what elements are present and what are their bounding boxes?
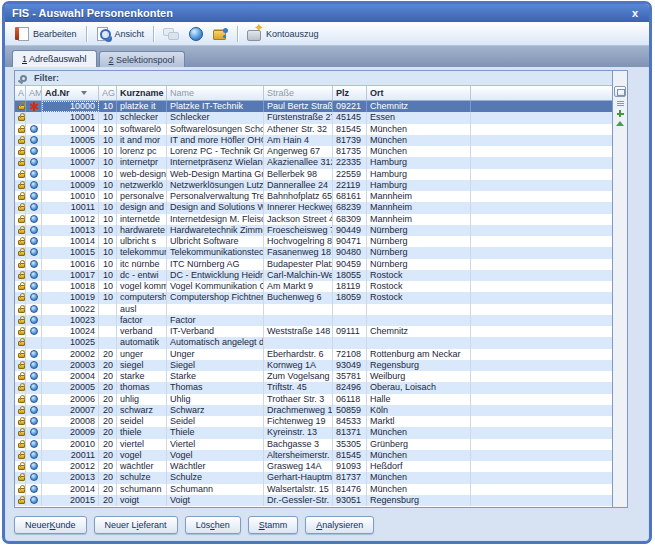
- cell-name: Automatisch angelegt durch CRM: [167, 337, 264, 348]
- cell-status: [15, 315, 26, 326]
- kontoauszug-button[interactable]: Kontoauszug: [242, 24, 324, 43]
- column-header-plz[interactable]: Plz: [333, 86, 367, 100]
- lock-icon: [18, 443, 25, 448]
- table-row[interactable]: 1000710internetprInternetpräsenz Wieland…: [15, 157, 612, 168]
- bearbeiten-button[interactable]: Bearbeiten: [9, 24, 82, 43]
- table-row[interactable]: 2000820seidelSeidelFichtenweg 1984533Mar…: [15, 416, 612, 427]
- table-row[interactable]: 2001020viertelViertelBachgasse 335305Grü…: [15, 439, 612, 450]
- table-row[interactable]: 1001710dc - entwiDC - Entwicklung Heidne…: [15, 270, 612, 281]
- table-row[interactable]: 1000410softwarelöSoftwarelösungen Scholl…: [15, 124, 612, 135]
- table-row[interactable]: 10025automatikAutomatisch angelegt durch…: [15, 337, 612, 348]
- table-row[interactable]: 1000510it and morIT and more Höfler OHGA…: [15, 135, 612, 146]
- table-row[interactable]: 2000420starkeStarkeZum Vogelsang 1535781…: [15, 371, 612, 382]
- analysieren-button[interactable]: Analysieren: [305, 516, 374, 534]
- table-row[interactable]: 2000920thieleThieleKyreinstr. 1381371Mün…: [15, 427, 612, 438]
- plus-mark-icon[interactable]: [617, 110, 624, 117]
- column-header-name[interactable]: Name: [167, 86, 264, 100]
- cell-name: Unger: [167, 349, 264, 360]
- cell-filler: [471, 146, 612, 157]
- column-header-strasse[interactable]: Straße: [264, 86, 333, 100]
- cell-ag: 10: [99, 247, 117, 258]
- cell-name: Design and Solutions Wendt: [167, 202, 264, 213]
- table-row[interactable]: 1000010platzke itPlatzke IT-TechnikPaul …: [15, 101, 612, 112]
- up-arrow-icon[interactable]: [616, 121, 624, 126]
- table-row[interactable]: 2000220ungerUngerEberhardstr. 672108Rott…: [15, 349, 612, 360]
- lock-icon: [18, 296, 25, 301]
- table-row[interactable]: 1001910computershComputershop FichtnerBu…: [15, 292, 612, 303]
- cell-strasse: Dannerallee 24: [264, 180, 333, 191]
- l-schen-button[interactable]: Löschen: [185, 516, 241, 534]
- table-row[interactable]: 2000720schwarzSchwarzDrachmenweg 1350859…: [15, 405, 612, 416]
- table-row[interactable]: 1001210internetdeInternetdesign M. Fleis…: [15, 214, 612, 225]
- cell-am: [26, 405, 42, 416]
- column-header-kurzname[interactable]: Kurzname: [117, 86, 167, 100]
- cell-adnr: 10001: [42, 112, 99, 123]
- cell-plz: 50859: [333, 405, 367, 416]
- table-row[interactable]: 2000320siegelSiegelKornweg 1A93049Regens…: [15, 360, 612, 371]
- table-row[interactable]: 2001220wächtlerWächtlerGrasweg 14A91093H…: [15, 461, 612, 472]
- tab-2[interactable]: 2 Selektionspool: [99, 51, 185, 67]
- table-row[interactable]: 2001420schumannSchumannWalsertalstr. 158…: [15, 484, 612, 495]
- cell-status: [15, 270, 26, 281]
- table-row[interactable]: 2001320schulzeSchulzeGerhart-Hauptmann-R…: [15, 472, 612, 483]
- table-row[interactable]: 10024verbandIT-VerbandWeststraße 1480911…: [15, 326, 612, 337]
- cell-kurzname: schlecker: [117, 112, 167, 123]
- cell-ort: Weilburg: [367, 371, 471, 382]
- column-header-ort[interactable]: Ort: [367, 86, 471, 100]
- globe-icon: [30, 158, 38, 166]
- column-header-ag[interactable]: AG: [99, 86, 117, 100]
- cell-status: [15, 292, 26, 303]
- table-row[interactable]: 1000610lorenz pcLorenz PC - Technik GmbH…: [15, 146, 612, 157]
- rows-mark-icon[interactable]: [617, 101, 624, 106]
- table-row[interactable]: 1001410ulbricht sUlbricht SoftwareHochvo…: [15, 236, 612, 247]
- ansicht-button[interactable]: Ansicht: [91, 24, 150, 43]
- table-row[interactable]: 1001110design andDesign and Solutions We…: [15, 202, 612, 213]
- table-row[interactable]: 1000110schleckerSchleckerFürstenstraße 2…: [15, 112, 612, 123]
- cell-adnr: 10009: [42, 180, 99, 191]
- table-row[interactable]: 1001510telekommunTelekommunikationstechn…: [15, 247, 612, 258]
- table-row[interactable]: 2001120vogelVogelAltersheimerstr. 9A8154…: [15, 450, 612, 461]
- table-row[interactable]: 2001520voigtVoigtDr.-Gessler-Str. 15B930…: [15, 495, 612, 506]
- cell-strasse: [264, 304, 333, 315]
- column-header-filler[interactable]: [471, 86, 612, 100]
- lock-icon: [18, 499, 25, 504]
- cell-kurzname: netzwerklö: [117, 180, 167, 191]
- table-row[interactable]: 1001810vogel kommVogel Kommunikation OHG…: [15, 281, 612, 292]
- cell-filler: [471, 439, 612, 450]
- folder-user-icon: [213, 26, 228, 41]
- stamm-button[interactable]: Stamm: [248, 516, 299, 534]
- column-header-adnr[interactable]: Ad.Nr: [42, 86, 99, 100]
- cell-ort: Nürnberg: [367, 247, 471, 258]
- neuer-kunde-button[interactable]: Neuer Kunde: [14, 516, 87, 534]
- table-row[interactable]: 1001010personalvePersonalverwaltung Tren…: [15, 191, 612, 202]
- table-row[interactable]: 1001310hardwareteHardwaretechnik Zimmerm…: [15, 225, 612, 236]
- cell-plz: 90471: [333, 236, 367, 247]
- table-row[interactable]: 10023factorFactor: [15, 315, 612, 326]
- cell-ag: 10: [99, 146, 117, 157]
- cell-kurzname: personalve: [117, 191, 167, 202]
- table-row[interactable]: 1001610itc nürnbeITC Nürnberg AGBudapest…: [15, 259, 612, 270]
- filter-row[interactable]: Filter:: [15, 71, 612, 86]
- cell-strasse: Trothaer Str. 3: [264, 394, 333, 405]
- close-icon[interactable]: x: [628, 6, 642, 20]
- table-row[interactable]: 2000520thomasThomasTriftstr. 4582496Ober…: [15, 382, 612, 393]
- table-row[interactable]: 1000810web-designWeb-Design Martina Groß…: [15, 169, 612, 180]
- column-header-label: A: [18, 86, 24, 100]
- comments-button[interactable]: [158, 24, 183, 43]
- cell-name: Seidel: [167, 416, 264, 427]
- table-row[interactable]: 10022ausl: [15, 304, 612, 315]
- column-header-am[interactable]: AM: [26, 86, 42, 100]
- cell-strasse: Bahnhofplatz 65: [264, 191, 333, 202]
- globe-button[interactable]: [183, 24, 208, 43]
- table-row[interactable]: 2000620uhligUhligTrothaer Str. 306118Hal…: [15, 394, 612, 405]
- neuer-lieferant-button[interactable]: Neuer Lieferant: [94, 516, 178, 534]
- table-row[interactable]: 1000910netzwerklöNetzwerklösungen Lutz R…: [15, 180, 612, 191]
- cell-am: [26, 416, 42, 427]
- cell-plz: 81737: [333, 472, 367, 483]
- tab-1[interactable]: 1 Adreßauswahl: [12, 50, 97, 67]
- column-config-icon[interactable]: [614, 86, 626, 97]
- cell-plz: 18055: [333, 270, 367, 281]
- cell-plz: 68161: [333, 191, 367, 202]
- column-header-a[interactable]: A: [15, 86, 26, 100]
- folder-user-button[interactable]: [208, 24, 233, 43]
